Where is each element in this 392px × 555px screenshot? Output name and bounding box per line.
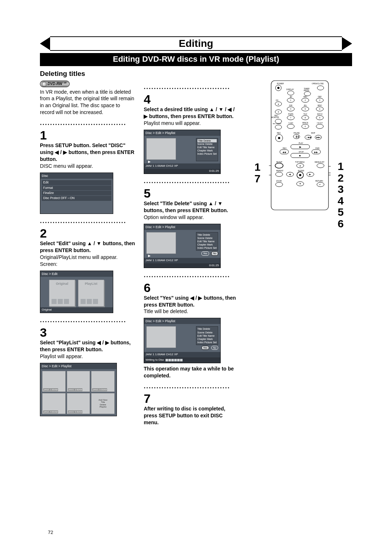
svg-text:4: 4	[290, 108, 291, 110]
svg-text:ENTER: ENTER	[298, 170, 304, 172]
separator: ··································	[144, 272, 239, 281]
section-title: Deleting titles	[40, 70, 352, 78]
column-left: DVD-RW VR In VR mode, even when a title …	[40, 80, 135, 426]
svg-text:▶: ▶	[309, 173, 311, 175]
fig-title-delete-confirm: Disc > Edit > Playlist ▶ Title Delete Sc…	[144, 224, 221, 268]
banner-diamond-right	[342, 37, 352, 50]
svg-text:REC: REC	[277, 132, 281, 134]
svg-text:WXYZ: WXYZ	[317, 113, 322, 115]
step-6-number: 6	[144, 281, 239, 294]
svg-text:▶▶: ▶▶	[314, 151, 318, 153]
step-4-number: 4	[144, 93, 239, 105]
svg-text:STOP: STOP	[299, 151, 304, 153]
svg-text:DEF: DEF	[318, 96, 322, 98]
step-1-bold: Press SETUP button. Select "DISC" using …	[40, 142, 135, 163]
svg-text:TOP MENU: TOP MENU	[295, 161, 305, 163]
svg-text:MENU/LIST: MENU/LIST	[315, 161, 324, 163]
svg-text:TUV: TUV	[303, 113, 307, 115]
step-3-text: Playlist will appear.	[40, 353, 135, 360]
svg-text:DISPLAY: DISPLAY	[286, 88, 294, 90]
fig-edit-menu: Disc > Edit Original PlayList Original	[40, 271, 113, 313]
dvd-rw-badge: DVD-RW VR	[40, 81, 70, 87]
svg-text:REPEAT: REPEAT	[276, 170, 283, 172]
svg-text:FWD: FWD	[315, 147, 320, 149]
svg-text:3: 3	[319, 99, 320, 101]
intro-text: In VR mode, even when a title is deleted…	[40, 89, 135, 116]
svg-text:❚❚: ❚❚	[295, 135, 299, 138]
svg-text:0: 0	[305, 125, 306, 127]
step-2-bold: Select "Edit" using ▲ / ▼ buttons, then …	[40, 240, 135, 254]
svg-text:CLEAR: CLEAR	[288, 122, 293, 124]
step-4-bold: Select a desired title using ▲ / ▼ / ◀ /…	[144, 106, 239, 120]
svg-text:1: 1	[290, 99, 291, 101]
svg-text:◀: ◀	[289, 173, 291, 175]
separator: ··································	[144, 178, 239, 187]
step-6-warning: This operation may take a while to be co…	[144, 365, 239, 379]
step-4-text: Playlist menu will appear.	[144, 120, 239, 127]
step-1-text: DISC menu will appear.	[40, 163, 135, 170]
svg-text:8: 8	[305, 117, 306, 119]
svg-text:MONITOR: MONITOR	[271, 117, 279, 118]
svg-text:9: 9	[319, 117, 320, 119]
separator: ··································	[40, 120, 135, 129]
svg-text:MNO: MNO	[318, 104, 322, 106]
step-2-text: Original/PlayList menu will appear. Scre…	[40, 254, 135, 268]
svg-text:5: 5	[305, 108, 306, 110]
callout-right-5: 5	[338, 206, 344, 218]
svg-text:GHI: GHI	[289, 104, 292, 106]
svg-text:OPEN/CLOSE: OPEN/CLOSE	[312, 82, 324, 85]
svg-text:SETUP: SETUP	[276, 161, 282, 163]
step-2-number: 2	[40, 227, 135, 239]
step-7-number: 7	[144, 392, 239, 405]
separator: ··································	[144, 84, 239, 93]
step-1-number: 1	[40, 129, 135, 141]
svg-text:7: 7	[290, 117, 291, 119]
svg-text:PQRS: PQRS	[288, 113, 294, 115]
remote-control-figure: POWER OPEN/CLOSE DISPLAY TIMERPROG. .@/A…	[269, 80, 331, 211]
svg-text:PAUSE: PAUSE	[294, 132, 300, 134]
svg-text:.@/: .@/	[289, 96, 292, 98]
svg-text:CH: CH	[275, 99, 278, 101]
sub-banner: Editing DVD-RW discs in VR mode (Playlis…	[40, 53, 352, 66]
svg-text:↩: ↩	[319, 183, 321, 186]
svg-text:PROG.: PROG.	[304, 89, 310, 92]
step-5-number: 5	[144, 187, 239, 199]
fig-writing-disc: Disc > Edit > Playlist Title Delete Scen…	[144, 318, 221, 363]
svg-text:REC SPEED: REC SPEED	[273, 123, 281, 125]
separator: ··································	[40, 317, 135, 326]
separator: ··································	[144, 384, 239, 392]
fig-disc-menu: Disc Edit Format Finalize Disc Protect O…	[40, 173, 113, 214]
svg-point-57	[278, 137, 280, 139]
page-number: 72	[48, 530, 53, 535]
svg-text:ZOOM: ZOOM	[276, 180, 282, 182]
fig-title-menu: Disc > Edit > Playlist ▶ Title Delete Sc…	[144, 130, 221, 174]
svg-text:▶▶|: ▶▶|	[317, 136, 321, 138]
callout-right-4: 4	[338, 195, 344, 207]
svg-text:REV: REV	[283, 147, 287, 149]
svg-text:6: 6	[319, 108, 320, 110]
svg-text:CM SKIP: CM SKIP	[317, 122, 323, 124]
step-5-bold: Select "Title Delete" using ▲ / ▼ button…	[144, 200, 239, 214]
svg-text:POWER: POWER	[277, 82, 284, 85]
svg-point-91	[299, 174, 301, 176]
callout-right-1: 1	[338, 161, 344, 172]
svg-text:ABC: ABC	[303, 96, 307, 98]
svg-text:SKIP: SKIP	[311, 132, 315, 134]
svg-text:JKL: JKL	[304, 104, 307, 106]
svg-text:▲: ▲	[277, 103, 279, 105]
fig-playlist-grid: Disc > Edit > Playlist JAN/1 1:00AM JAN/…	[40, 363, 117, 416]
callout-right-3: 3	[338, 183, 344, 195]
separator: ··································	[40, 218, 135, 227]
step-5-text: Option window will appear.	[144, 214, 239, 221]
svg-text:▼: ▼	[299, 183, 301, 185]
step-3-number: 3	[40, 326, 135, 339]
step-3-bold: Select "PlayList" using ◀ / ▶ buttons, t…	[40, 339, 135, 353]
svg-text:|◀◀: |◀◀	[307, 136, 311, 138]
banner: Editing	[40, 36, 352, 51]
svg-point-3	[277, 87, 279, 89]
callout-right-2: 2	[338, 172, 344, 184]
svg-text:2: 2	[305, 99, 306, 101]
callout-enter-left: 7	[254, 171, 261, 186]
step-7-bold: After writing to disc is completed, pres…	[144, 405, 239, 426]
banner-diamond-left	[40, 37, 50, 50]
